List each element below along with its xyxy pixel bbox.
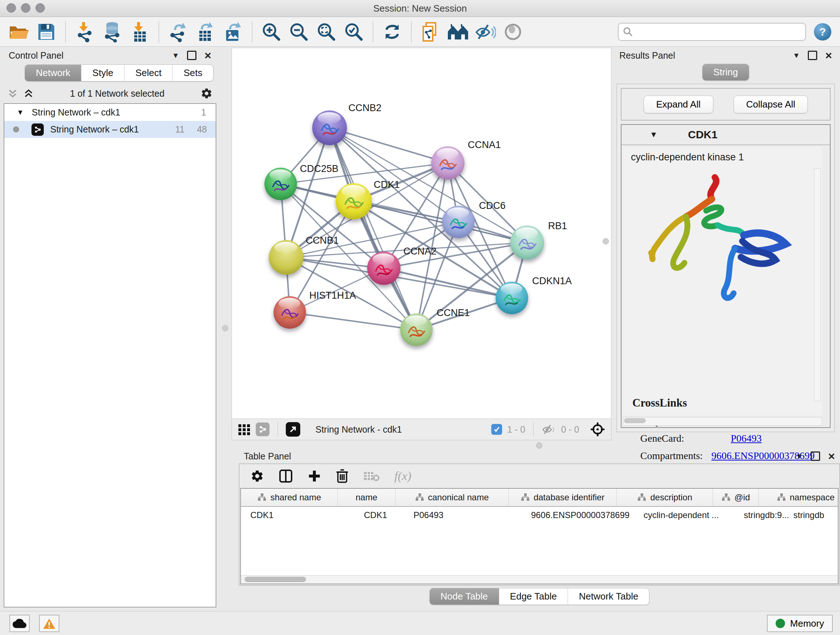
node-CCNA2[interactable] [367, 252, 401, 285]
refresh-button[interactable] [380, 20, 404, 43]
delete-table-button[interactable] [363, 470, 380, 482]
warning-status-button[interactable] [39, 615, 59, 632]
refresh-icon [383, 22, 401, 41]
network-row[interactable]: String Network – cdk1 11 48 [4, 121, 216, 138]
right-splitter-handle[interactable] [603, 238, 609, 244]
add-column-button[interactable] [308, 469, 321, 483]
save-session-button[interactable] [34, 20, 58, 43]
memory-button[interactable]: Memory [767, 615, 833, 632]
node-CDK1[interactable] [336, 183, 372, 219]
float-panel-icon[interactable] [808, 51, 817, 60]
zoom-selected-button[interactable] [341, 20, 366, 43]
import-database-button[interactable] [100, 20, 125, 43]
toolbar-separator [411, 21, 412, 42]
float-panel-icon[interactable] [187, 51, 196, 60]
cloud-status-button[interactable] [9, 615, 30, 632]
protein-ribbon-thumbnail [315, 115, 344, 144]
tab-style[interactable]: Style [81, 65, 124, 81]
node-CCNB1[interactable] [269, 240, 303, 275]
gear-icon[interactable] [201, 87, 213, 100]
node-CCNB2[interactable] [312, 111, 347, 145]
zoom-out-button[interactable] [286, 20, 311, 43]
tab-sets[interactable]: Sets [172, 65, 213, 81]
node-CDKN1A[interactable] [496, 282, 528, 314]
zoom-fit-button[interactable] [314, 20, 339, 43]
left-splitter-handle[interactable] [222, 325, 228, 331]
panel-menu-icon[interactable]: ▼ [796, 452, 803, 461]
fit-selected-button[interactable] [590, 422, 605, 437]
results-scrollbar[interactable] [814, 168, 821, 401]
control-panel-tabs: Network Style Select Sets [25, 65, 213, 81]
string-view-button[interactable] [256, 423, 270, 436]
node-CCNA1[interactable] [431, 146, 464, 180]
node-HIST1H1A[interactable] [273, 296, 306, 329]
tab-edge-table[interactable]: Edge Table [499, 588, 568, 605]
zoom-in-button[interactable] [259, 20, 284, 43]
crosslink-link[interactable]: P06493 [731, 432, 762, 444]
import-table-button[interactable] [127, 20, 152, 43]
help-button[interactable]: ? [814, 23, 831, 41]
detach-view-button[interactable] [286, 422, 300, 437]
panel-menu-icon[interactable]: ▼ [172, 51, 180, 60]
import-network-button[interactable] [73, 20, 97, 43]
export-image-button[interactable] [221, 20, 245, 43]
column-header-database-identifier[interactable]: database identifier [508, 489, 617, 506]
show-columns-button[interactable] [279, 469, 293, 483]
results-hscrollbar[interactable] [623, 417, 822, 426]
function-builder-button[interactable]: f(x) [394, 469, 411, 483]
horizontal-splitter-handle[interactable] [536, 442, 542, 448]
expand-all-icon[interactable] [23, 88, 34, 99]
node-RB1[interactable] [510, 226, 544, 260]
show-all-button[interactable] [501, 20, 525, 43]
tree-caret-icon[interactable]: ▼ [17, 108, 24, 117]
table-settings-button[interactable] [250, 469, 264, 483]
search-input[interactable] [633, 27, 801, 37]
column-header-id[interactable]: @id [713, 489, 759, 506]
section-caret-icon[interactable]: ▼ [650, 130, 658, 139]
column-header-description[interactable]: description [617, 489, 713, 506]
delete-column-button[interactable] [336, 469, 349, 484]
collapse-all-icon[interactable] [7, 88, 18, 99]
panel-menu-icon[interactable]: ▼ [793, 51, 800, 60]
network-canvas[interactable]: CCNB2 CCNA1 CDC25B CDK1 CDC6 RB1CCNB1 CC… [232, 48, 611, 418]
tab-node-table[interactable]: Node Table [430, 588, 499, 605]
selected-checkbox-icon[interactable] [491, 424, 502, 435]
table-panel: Table Panel ▼ × [239, 449, 840, 607]
node-label-RB1: RB1 [548, 220, 567, 232]
node-label-CDK1: CDK1 [374, 179, 400, 190]
column-header-namespace[interactable]: namespace [759, 489, 838, 506]
node-CDC6[interactable] [442, 206, 475, 238]
gene-section-header[interactable]: ▼ CDK1 [622, 125, 830, 145]
collection-label: String Network – cdk1 [32, 107, 120, 118]
search-icon [623, 27, 633, 37]
node-CCNE1[interactable] [400, 314, 433, 346]
node-CDC25B[interactable] [264, 168, 297, 200]
expand-all-button[interactable]: Expand All [644, 96, 714, 113]
tab-string[interactable]: String [703, 64, 749, 80]
close-panel-icon[interactable]: × [828, 453, 835, 460]
memory-status-dot [775, 619, 785, 628]
export-table-button[interactable] [193, 20, 218, 43]
selected-counts: 1 - 0 [507, 424, 525, 435]
first-neighbors-button[interactable] [446, 20, 470, 43]
float-panel-icon[interactable] [811, 451, 820, 461]
column-header-canonical-name[interactable]: canonical name [395, 489, 508, 506]
export-network-button[interactable] [166, 20, 190, 43]
close-panel-icon[interactable]: × [204, 52, 211, 59]
tab-select[interactable]: Select [124, 65, 172, 81]
tab-network-table[interactable]: Network Table [568, 588, 649, 605]
column-header-shared-name[interactable]: shared name [241, 489, 338, 506]
column-header-name[interactable]: name [338, 489, 395, 506]
zoom-out-icon [289, 22, 309, 42]
gene-name: CDK1 [688, 128, 718, 141]
network-collection-row[interactable]: ▼ String Network – cdk1 1 [4, 104, 216, 121]
table-row[interactable]: CDK1 CDK1 P06493 9606.ENSP00000378699 cy… [241, 507, 838, 524]
table-hscrollbar[interactable] [241, 575, 838, 584]
tab-network[interactable]: Network [25, 65, 81, 81]
hide-selected-button[interactable] [473, 20, 498, 43]
copy-network-button[interactable] [418, 20, 443, 43]
open-session-button[interactable] [6, 20, 31, 43]
birdseye-button[interactable] [238, 423, 251, 436]
collapse-all-button[interactable]: Collapse All [734, 96, 808, 113]
close-panel-icon[interactable]: × [825, 52, 832, 59]
